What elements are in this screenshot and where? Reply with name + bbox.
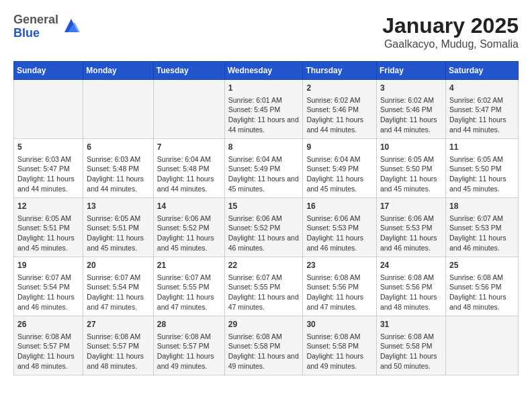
sunrise: Sunrise: 6:07 AM	[449, 214, 503, 222]
sunset: Sunset: 5:47 PM	[17, 165, 70, 173]
day-number: 20	[87, 260, 149, 271]
day-number: 1	[228, 83, 300, 94]
day-number: 31	[380, 319, 442, 330]
sunrise: Sunrise: 6:04 AM	[306, 155, 360, 163]
daylight: Daylight: 11 hours and 44 minutes.	[449, 116, 506, 134]
calendar-cell: 19Sunrise: 6:07 AMSunset: 5:54 PMDayligh…	[14, 257, 83, 316]
sunset: Sunset: 5:46 PM	[380, 105, 433, 113]
daylight: Daylight: 11 hours and 47 minutes.	[228, 293, 299, 311]
sunset: Sunset: 5:58 PM	[306, 342, 359, 350]
day-number: 24	[380, 260, 442, 271]
weekday-header: Monday	[83, 62, 153, 80]
page-title: January 2025	[382, 13, 519, 38]
day-number: 26	[17, 319, 79, 330]
day-number: 28	[157, 319, 221, 330]
logo-icon	[61, 15, 81, 36]
calendar-cell: 3Sunrise: 6:02 AMSunset: 5:46 PMDaylight…	[376, 80, 445, 139]
day-number: 15	[228, 201, 300, 212]
daylight: Daylight: 11 hours and 46 minutes.	[17, 293, 75, 311]
sunrise: Sunrise: 6:02 AM	[449, 96, 503, 104]
sunrise: Sunrise: 6:08 AM	[87, 332, 140, 340]
daylight: Daylight: 11 hours and 49 minutes.	[157, 352, 214, 370]
daylight: Daylight: 11 hours and 48 minutes.	[449, 293, 506, 311]
day-number: 2	[306, 83, 373, 94]
sunrise: Sunrise: 6:03 AM	[87, 155, 140, 163]
daylight: Daylight: 11 hours and 46 minutes.	[449, 234, 506, 252]
calendar-cell: 8Sunrise: 6:04 AMSunset: 5:49 PMDaylight…	[224, 139, 303, 198]
day-number: 18	[449, 201, 515, 212]
day-number: 25	[449, 260, 515, 271]
sunset: Sunset: 5:57 PM	[157, 342, 210, 350]
logo-text: General Blue	[13, 13, 58, 40]
calendar-cell: 31Sunrise: 6:08 AMSunset: 5:58 PMDayligh…	[376, 316, 445, 375]
calendar-week-row: 12Sunrise: 6:05 AMSunset: 5:51 PMDayligh…	[14, 198, 519, 257]
day-number: 16	[306, 201, 373, 212]
calendar-cell: 24Sunrise: 6:08 AMSunset: 5:56 PMDayligh…	[376, 257, 445, 316]
sunset: Sunset: 5:45 PM	[228, 105, 281, 113]
day-number: 10	[380, 142, 442, 153]
calendar-cell	[445, 316, 518, 375]
sunrise: Sunrise: 6:01 AM	[228, 96, 282, 104]
daylight: Daylight: 11 hours and 45 minutes.	[87, 234, 144, 252]
daylight: Daylight: 11 hours and 47 minutes.	[157, 293, 214, 311]
day-number: 21	[157, 260, 221, 271]
weekday-header: Friday	[376, 62, 445, 80]
day-number: 13	[87, 201, 149, 212]
calendar-cell: 13Sunrise: 6:05 AMSunset: 5:51 PMDayligh…	[83, 198, 153, 257]
sunrise: Sunrise: 6:08 AM	[157, 332, 211, 340]
day-number: 17	[380, 201, 442, 212]
calendar-cell: 5Sunrise: 6:03 AMSunset: 5:47 PMDaylight…	[14, 139, 83, 198]
calendar-cell: 25Sunrise: 6:08 AMSunset: 5:56 PMDayligh…	[445, 257, 518, 316]
weekday-header: Wednesday	[224, 62, 303, 80]
title-block: January 2025 Gaalkacyo, Mudug, Somalia	[382, 13, 519, 50]
calendar-cell: 16Sunrise: 6:06 AMSunset: 5:53 PMDayligh…	[303, 198, 377, 257]
sunset: Sunset: 5:51 PM	[87, 224, 139, 232]
sunset: Sunset: 5:54 PM	[87, 283, 139, 291]
weekday-header-row: SundayMondayTuesdayWednesdayThursdayFrid…	[14, 62, 519, 80]
day-number: 12	[17, 201, 79, 212]
sunrise: Sunrise: 6:06 AM	[228, 214, 282, 222]
calendar-cell: 1Sunrise: 6:01 AMSunset: 5:45 PMDaylight…	[224, 80, 303, 139]
sunset: Sunset: 5:58 PM	[228, 342, 281, 350]
day-number: 7	[157, 142, 221, 153]
sunset: Sunset: 5:47 PM	[449, 105, 502, 113]
calendar-cell: 18Sunrise: 6:07 AMSunset: 5:53 PMDayligh…	[445, 198, 518, 257]
calendar-cell: 23Sunrise: 6:08 AMSunset: 5:56 PMDayligh…	[303, 257, 377, 316]
day-number: 19	[17, 260, 79, 271]
day-number: 5	[17, 142, 79, 153]
calendar-cell: 11Sunrise: 6:05 AMSunset: 5:50 PMDayligh…	[445, 139, 518, 198]
sunset: Sunset: 5:53 PM	[380, 224, 433, 232]
page-subtitle: Gaalkacyo, Mudug, Somalia	[382, 38, 519, 50]
sunrise: Sunrise: 6:03 AM	[17, 155, 71, 163]
sunrise: Sunrise: 6:05 AM	[449, 155, 503, 163]
day-number: 8	[228, 142, 300, 153]
sunrise: Sunrise: 6:07 AM	[228, 273, 282, 281]
sunset: Sunset: 5:51 PM	[17, 224, 70, 232]
sunset: Sunset: 5:55 PM	[228, 283, 281, 291]
sunrise: Sunrise: 6:05 AM	[380, 155, 434, 163]
weekday-header: Saturday	[445, 62, 518, 80]
calendar-cell	[153, 80, 224, 139]
day-number: 22	[228, 260, 300, 271]
calendar-cell	[14, 80, 83, 139]
calendar-week-row: 26Sunrise: 6:08 AMSunset: 5:57 PMDayligh…	[14, 316, 519, 375]
sunset: Sunset: 5:55 PM	[157, 283, 210, 291]
day-number: 9	[306, 142, 373, 153]
sunrise: Sunrise: 6:06 AM	[157, 214, 211, 222]
daylight: Daylight: 11 hours and 44 minutes.	[17, 175, 75, 193]
day-number: 30	[306, 319, 373, 330]
sunset: Sunset: 5:57 PM	[17, 342, 70, 350]
sunrise: Sunrise: 6:07 AM	[17, 273, 71, 281]
daylight: Daylight: 11 hours and 45 minutes.	[306, 175, 363, 193]
day-number: 6	[87, 142, 149, 153]
day-number: 14	[157, 201, 221, 212]
day-number: 23	[306, 260, 373, 271]
calendar-cell: 28Sunrise: 6:08 AMSunset: 5:57 PMDayligh…	[153, 316, 224, 375]
daylight: Daylight: 11 hours and 45 minutes.	[157, 234, 214, 252]
sunrise: Sunrise: 6:07 AM	[157, 273, 211, 281]
daylight: Daylight: 11 hours and 44 minutes.	[157, 175, 214, 193]
calendar-cell: 10Sunrise: 6:05 AMSunset: 5:50 PMDayligh…	[376, 139, 445, 198]
sunset: Sunset: 5:49 PM	[306, 165, 359, 173]
sunrise: Sunrise: 6:04 AM	[157, 155, 211, 163]
daylight: Daylight: 11 hours and 44 minutes.	[380, 116, 437, 134]
